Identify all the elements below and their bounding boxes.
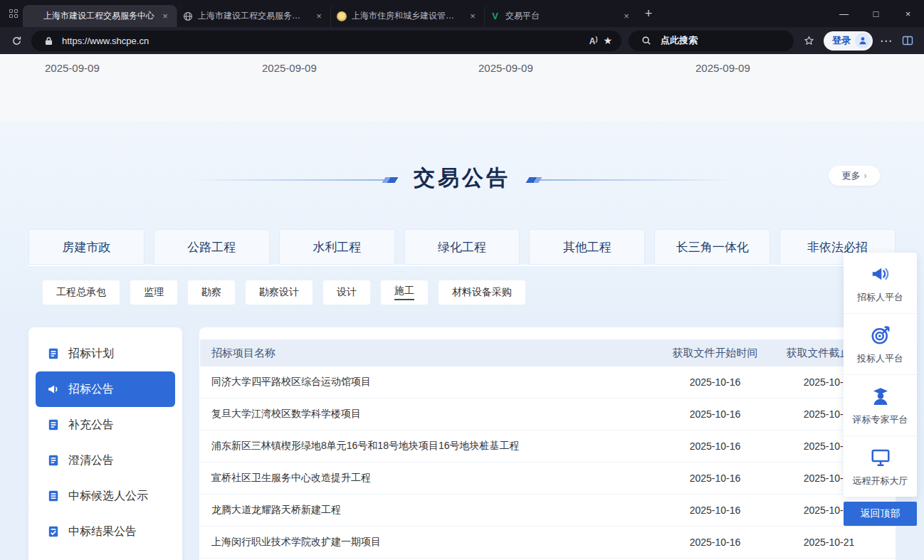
title-decoration-right (529, 179, 735, 181)
tab-actions-icon[interactable] (4, 4, 23, 23)
tab-title: 交易平台 (505, 10, 616, 22)
table-row[interactable]: 复旦大学江湾校区数学科学楼项目 2025-10-16 2025-10-21 (200, 398, 895, 430)
browser-tab-3[interactable]: 上海市住房和城乡建设管理委员会 × (330, 5, 484, 27)
category-tab-highway[interactable]: 公路工程 (154, 229, 270, 265)
filter-chip-survey-design[interactable]: 勘察设计 (246, 280, 313, 305)
sidebar-item-winner-result[interactable]: 中标结果公告 (36, 514, 175, 549)
sidebar-item-bid-announcement[interactable]: 招标公告 (36, 371, 175, 407)
announcement-section: 交易公告 更多 › 房建市政 公路工程 水利工程 绿化工程 其他工程 长三角一体… (0, 121, 924, 560)
start-date: 2025-10-16 (667, 440, 763, 452)
menu-bidder-platform[interactable]: 投标人平台 (844, 314, 917, 375)
new-tab-button[interactable]: + (638, 6, 659, 21)
menu-label: 远程开标大厅 (853, 475, 908, 487)
project-link[interactable]: 同济大学四平路校区综合运动馆项目 (200, 376, 667, 389)
list-icon (47, 490, 60, 502)
platform-quick-menu: 招标人平台 投标人平台 评标专家平台 远程开标大厅 (844, 253, 917, 497)
browser-tab-1[interactable]: 上海市建设工程交易服务中心 × (23, 5, 177, 27)
filter-chip-materials[interactable]: 材料设备采购 (439, 280, 525, 305)
start-date: 2025-10-16 (667, 537, 763, 548)
menu-expert-platform[interactable]: 评标专家平台 (844, 375, 917, 436)
close-window-button[interactable]: × (892, 0, 924, 27)
category-tab-other[interactable]: 其他工程 (529, 229, 645, 265)
read-aloud-icon[interactable]: A) (589, 36, 598, 46)
filter-chip-construction[interactable]: 施工 (381, 280, 428, 305)
filter-chip-survey[interactable]: 勘察 (188, 280, 235, 305)
more-menu-icon[interactable]: ⋯ (880, 33, 893, 48)
category-tab-water[interactable]: 水利工程 (279, 229, 395, 265)
project-link[interactable]: 浦东新区三林镇楔形绿地8单元16号和18号地块项目16号地块桩基工程 (200, 440, 667, 453)
project-link[interactable]: 上海闵行职业技术学院改扩建一期项目 (200, 536, 667, 549)
window-controls: — □ × (828, 0, 924, 27)
table-row[interactable]: 同济大学四平路校区综合运动馆项目 2025-10-16 2025-10-21 (200, 366, 895, 398)
project-link[interactable]: 宣桥社区卫生服务中心改造提升工程 (200, 472, 667, 485)
tab-title: 上海市建设工程交易服务中心 (43, 10, 154, 22)
split-screen-icon[interactable] (900, 33, 915, 48)
megaphone-icon (870, 263, 891, 285)
avatar (855, 33, 871, 48)
sidebar-item-clarification[interactable]: 澄清公告 (36, 443, 175, 478)
category-tabs: 房建市政 公路工程 水利工程 绿化工程 其他工程 长三角一体化 非依法必招 (28, 229, 896, 266)
start-date: 2025-10-16 (667, 472, 763, 484)
start-date: 2025-10-16 (667, 504, 763, 516)
grid-icon (9, 9, 18, 18)
table-header: 招标项目名称 获取文件开始时间 获取文件截止时间 (200, 339, 895, 366)
sidebar-item-label: 中标结果公告 (68, 524, 137, 539)
table-row[interactable]: 上海闵行职业技术学院改扩建一期项目 2025-10-16 2025-10-21 (200, 527, 895, 559)
back-to-top-button[interactable]: 返回顶部 (844, 502, 917, 526)
filter-chip-design[interactable]: 设计 (323, 280, 370, 305)
site-grid-favicon (28, 11, 38, 21)
maximize-button[interactable]: □ (860, 0, 892, 27)
menu-label: 评标专家平台 (853, 413, 908, 426)
megaphone-icon (47, 383, 60, 396)
table-row[interactable]: 龙腾大道龙耀路天桥新建工程 2025-10-16 2025-10-21 (200, 495, 895, 527)
sidebar-item-partial[interactable] (36, 549, 175, 560)
more-button[interactable]: 更多 › (829, 166, 880, 186)
sidebar-item-bid-plan[interactable]: 招标计划 (36, 336, 175, 371)
end-date: 2025-10-21 (763, 537, 895, 548)
tab-close-icon[interactable]: × (159, 11, 171, 21)
project-link[interactable]: 龙腾大道龙耀路天桥新建工程 (200, 504, 667, 517)
search-placeholder: 点此搜索 (661, 34, 698, 47)
document-icon (47, 347, 60, 360)
project-link[interactable]: 复旦大学江湾校区数学科学楼项目 (200, 408, 667, 421)
tab-close-icon[interactable]: × (467, 11, 478, 21)
menu-tenderer-platform[interactable]: 招标人平台 (844, 253, 917, 314)
menu-label: 招标人平台 (857, 291, 903, 304)
category-tab-greening[interactable]: 绿化工程 (404, 229, 520, 265)
filter-label: 材料设备采购 (452, 286, 512, 299)
tab-close-icon[interactable]: × (313, 11, 325, 21)
filter-chip-supervision[interactable]: 监理 (130, 280, 177, 305)
gov-emblem-favicon (336, 11, 347, 21)
table-row[interactable]: 宣桥社区卫生服务中心改造提升工程 2025-10-16 2025-10-21 (200, 463, 895, 495)
filter-chip-epc[interactable]: 工程总承包 (43, 280, 120, 305)
browser-tab-bar: 上海市建设工程交易服务中心 × 上海市建设工程交易服务中心 × 上海市住房和城乡… (0, 0, 924, 27)
category-tab-housing-municipal[interactable]: 房建市政 (28, 229, 145, 265)
table-row[interactable]: 浦东新区三林镇楔形绿地8单元16号和18号地块项目16号地块桩基工程 2025-… (200, 430, 895, 463)
category-tab-yangtze-delta[interactable]: 长三角一体化 (654, 229, 770, 265)
browser-search-box[interactable]: 点此搜索 (629, 31, 794, 51)
browser-tab-4[interactable]: V 交易平台 × (484, 5, 638, 27)
menu-remote-bid-opening[interactable]: 远程开标大厅 (844, 436, 917, 497)
address-input[interactable]: https://www.shcpe.cn A) ★ (31, 31, 621, 51)
start-date: 2025-10-16 (667, 376, 763, 388)
favorites-hub-icon[interactable] (801, 33, 817, 48)
browser-tab-2[interactable]: 上海市建设工程交易服务中心 × (177, 5, 330, 27)
minimize-button[interactable]: — (828, 0, 860, 27)
sidebar-item-winner-publicity[interactable]: 中标候选人公示 (36, 478, 175, 514)
sidebar-item-label: 招标计划 (68, 347, 114, 361)
login-button[interactable]: 登录 (824, 31, 873, 51)
menu-label: 投标人平台 (857, 352, 903, 365)
lock-icon (41, 33, 56, 48)
monitor-icon (870, 447, 891, 468)
document-check-icon (47, 525, 60, 538)
sidebar-item-supplement[interactable]: 补充公告 (36, 407, 175, 443)
expert-person-icon (870, 386, 891, 407)
document-icon (47, 418, 60, 431)
filter-label: 勘察 (201, 286, 221, 299)
refresh-icon[interactable] (9, 33, 24, 48)
favorite-star-icon[interactable]: ★ (603, 35, 612, 46)
sidebar-item-label: 中标候选人公示 (68, 489, 148, 504)
tab-close-icon[interactable]: × (621, 11, 632, 21)
filter-label: 工程总承包 (56, 286, 106, 299)
v-favicon: V (490, 11, 500, 21)
